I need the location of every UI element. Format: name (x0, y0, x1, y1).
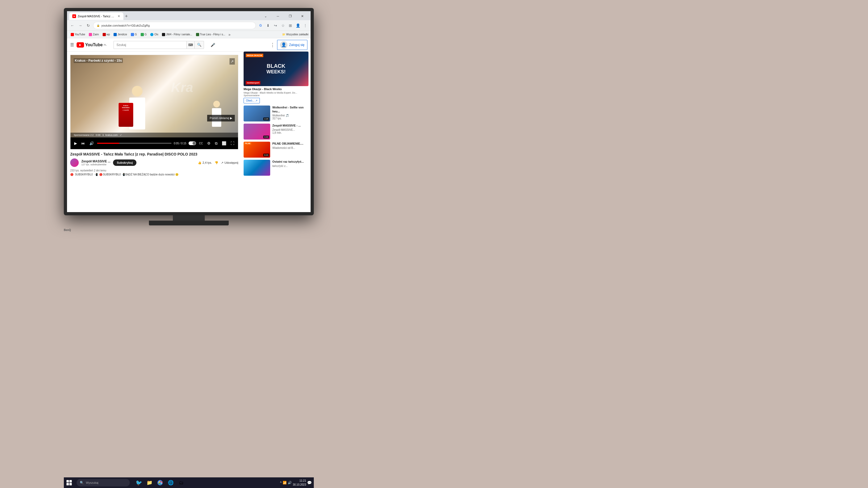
fullscreen-btn[interactable]: ⛶ (229, 140, 235, 146)
clock-date: 30.10.2023 (293, 483, 306, 487)
mediaexpert-text: mediaexpert (247, 82, 259, 84)
bookmarks-more-icon[interactable]: » (228, 32, 230, 37)
product-label: krakusPARÓWKIz szynki (119, 104, 132, 111)
bg-head (213, 101, 220, 107)
more-icon[interactable]: ⋮ (302, 22, 308, 29)
screen: Zespół MASSIVE - Tańcz Mała Ta... ✕ + ⌄ … (67, 11, 311, 212)
window-controls: ⌄ ─ ❐ ✕ (259, 12, 308, 21)
sidebar-video-3[interactable]: PILNE 9:20 PILNE OBJAWIENIE.... Wiadomoś… (244, 142, 308, 158)
share-btn[interactable]: ↗ Udostępnij (221, 161, 238, 165)
new-tab-button[interactable]: + (123, 13, 129, 19)
subtitles-btn[interactable]: CC (198, 141, 204, 145)
close-btn[interactable]: ✕ (296, 12, 308, 21)
subscribe-btn[interactable]: Subskrybuj (113, 160, 136, 166)
volume-icon[interactable]: 🔊 (288, 481, 292, 485)
youtube-logo[interactable]: YouTube PL (76, 42, 106, 47)
bookmark-olx[interactable]: Olx (149, 32, 160, 37)
next-btn[interactable]: ⏭ (80, 140, 86, 146)
file-explorer-app[interactable]: 📁 (145, 478, 154, 487)
edge-app[interactable]: 🌐 (166, 478, 176, 487)
kra-logo-bg: Kra (171, 80, 193, 95)
minimize-btn[interactable]: ─ (272, 12, 284, 21)
progress-bar[interactable] (97, 143, 172, 144)
time-display: 0:05 / 0:15 (174, 142, 186, 145)
tab-list-btn[interactable]: ⌄ (259, 12, 272, 21)
all-bookmarks-folder[interactable]: 📁 Wszystkie zakładki (282, 33, 308, 36)
notification-icon[interactable]: 💬 (307, 481, 312, 485)
chrome-app[interactable] (155, 478, 165, 487)
sidebar-video-4[interactable]: Ostatni raz tańczyłyś... tańcz/yść z... (244, 160, 308, 176)
chrome-tabs-row: Zespół MASSIVE - Tańcz Mała Ta... ✕ + ⌄ … (67, 11, 311, 20)
reload-btn[interactable]: ↻ (85, 22, 91, 29)
sidebar-ad-title: Mega Okazje - Black Weeks (244, 87, 308, 91)
mic-btn[interactable]: 🎤 (209, 41, 217, 49)
sidebar-ad-thumbnail[interactable]: MEGA OKAZJE BLACK WEEKS! mediaexpert (244, 52, 308, 86)
header-more-btn[interactable]: ⋮ (270, 42, 275, 48)
profile-icon[interactable]: 👤 (294, 22, 301, 29)
tab-close-btn[interactable]: ✕ (118, 14, 120, 18)
dislike-btn[interactable]: 👎 (215, 161, 218, 165)
skip-ad-btn[interactable]: Pomiń reklamę ▶ (207, 115, 235, 122)
back-btn[interactable]: ← (69, 22, 75, 29)
tab-grid-icon[interactable]: ⊞ (287, 22, 293, 29)
network-icon[interactable]: 📶 (283, 481, 287, 485)
source-icon: ✓ (120, 134, 122, 136)
search-input[interactable] (114, 41, 186, 49)
taskbar: 🔍 Wyszukaj 🐦 📁 🌐 🗂 (64, 477, 314, 488)
settings-btn[interactable]: ⚙ (206, 140, 212, 146)
other-app[interactable]: 🗂 (177, 478, 186, 487)
hamburger-menu-btn[interactable]: ☰ (70, 42, 74, 47)
miniplayer-btn[interactable]: ⧉ (214, 140, 219, 146)
bookmark-jw4[interactable]: JW4 - Filmy i seriale... (160, 32, 194, 37)
sidebar-video-2[interactable]: 3:40 Zespół MASSIVE - ... Zespół MASSIVE… (244, 124, 308, 139)
url-bar[interactable]: 🔒 youtube.com/watch?v=GEuki2uZgRg (93, 22, 256, 29)
bookmark-g2[interactable]: G (139, 32, 148, 37)
bookmark-g1[interactable]: G (129, 32, 138, 37)
lock-icon: 🔒 (96, 24, 100, 27)
url-text: youtube.com/watch?v=GEuki2uZgRg (101, 24, 150, 27)
channel-avatar[interactable] (70, 158, 79, 167)
bookmark-zaim-icon (89, 33, 92, 36)
bookmark-youtube[interactable]: YouTube (69, 32, 87, 37)
bookmark-jendrze-label: Jendrze (118, 33, 127, 36)
cortana-app[interactable]: 🐦 (134, 478, 144, 487)
restore-btn[interactable]: ❐ (284, 12, 296, 21)
google-icon[interactable]: G (257, 22, 264, 29)
sidebar-video-info-2: Zespół MASSIVE - ... Zespół MASSIVE... 1… (272, 124, 308, 139)
sponsored-detail: Sponsorowane 2:2 (74, 134, 94, 136)
share-ad-btn[interactable]: ↗ (229, 58, 235, 65)
taskbar-search[interactable]: 🔍 Wyszukaj (76, 479, 130, 486)
sv-views-1: 317 tys. (272, 117, 308, 120)
search-submit-btn[interactable]: 🔍 (194, 41, 204, 49)
bookmark-zaim[interactable]: Zaim (87, 32, 100, 37)
mega-okazje-badge: MEGA OKAZJE (246, 54, 263, 57)
desc-text: 🔴 SUBSKRYBUJ 📲 BĄDŹ NA BIEŻĄCO będzie du… (99, 173, 179, 176)
theater-btn[interactable]: ⬜ (221, 140, 227, 146)
bookmark-wp[interactable]: wp (101, 32, 112, 37)
star-icon[interactable]: ☆ (280, 22, 286, 29)
system-clock[interactable]: 11:21 30.10.2023 (293, 479, 306, 487)
forward-btn[interactable]: → (77, 22, 84, 29)
download-icon[interactable]: ⬇ (265, 22, 271, 29)
channel-name[interactable]: Zespół MASSIVE ... (82, 160, 111, 163)
clock-time: 11:21 (293, 479, 306, 483)
total-time: 0:15 (181, 142, 186, 145)
signin-btn[interactable]: 👤 Zaloguj się (277, 40, 307, 50)
bookmark-jendrze[interactable]: Jendrze (112, 32, 129, 37)
open-ad-btn[interactable]: Otwó... ↗ (244, 98, 260, 103)
tray-arrow-icon[interactable]: ^ (280, 481, 282, 485)
header-right: ⋮ 👤 Zaloguj się (270, 40, 307, 50)
send-icon[interactable]: ↪ (272, 22, 279, 29)
bookmark-olx-label: Olx (154, 33, 158, 36)
bookmark-truelies[interactable]: True Lies - Filmy i s... (194, 32, 227, 37)
sidebar-video-1[interactable]: 3:35 Wolkenfrei - Selfie von heu... Wolk… (244, 105, 308, 122)
active-tab[interactable]: Zespół MASSIVE - Tańcz Mała Ta... ✕ (69, 12, 123, 20)
like-btn[interactable]: 👍 2,4 tys. (198, 161, 212, 165)
video-controls: ▶ ⏭ 🔊 0:05 / 0:15 (70, 137, 238, 149)
autoplay-toggle[interactable] (189, 141, 196, 145)
play-btn[interactable]: ▶ (73, 140, 78, 146)
sidebar-video-info-1: Wolkenfrei - Selfie von heu... Wolkenfre… (272, 105, 308, 122)
keyboard-icon[interactable]: ⌨ (186, 41, 194, 49)
volume-btn[interactable]: 🔊 (88, 140, 95, 146)
start-btn[interactable] (64, 477, 74, 488)
